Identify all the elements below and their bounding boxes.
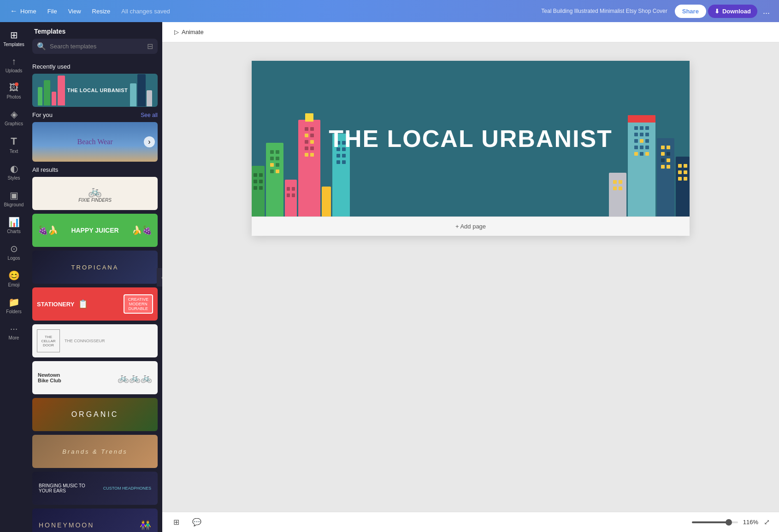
brands-title: Brands & Trends bbox=[62, 448, 128, 455]
sidebar-item-charts[interactable]: 📊 Charts bbox=[2, 213, 26, 238]
sidebar-item-uploads[interactable]: ↑ Uploads bbox=[2, 53, 26, 77]
home-button[interactable]: ← Home bbox=[6, 4, 41, 18]
honeymoon-title: HONEYMOON bbox=[39, 521, 94, 529]
icon-sidebar: ⊞ Templates ↑ Uploads 🖼 Photos ◈ Graphic… bbox=[0, 22, 28, 532]
add-page-button[interactable]: + Add page bbox=[450, 220, 491, 233]
uploads-label: Uploads bbox=[6, 68, 23, 73]
template-brands-trends[interactable]: Brands & Trends bbox=[32, 435, 158, 468]
template-fixie-finders[interactable]: 🚲 FIXIE FINDERS bbox=[32, 177, 158, 210]
canvas-page: ⧉ ⬇ bbox=[252, 61, 690, 236]
text-label: Text bbox=[10, 149, 18, 154]
templates-label: Templates bbox=[3, 42, 24, 47]
sidebar-item-graphics[interactable]: ◈ Graphics bbox=[2, 105, 26, 130]
animate-icon: ▷ bbox=[174, 29, 179, 35]
zoom-fill bbox=[692, 521, 726, 523]
sidebar-item-photos[interactable]: 🖼 Photos bbox=[2, 79, 26, 103]
filter-icon[interactable]: ⊟ bbox=[147, 42, 153, 51]
animate-label: Animate bbox=[182, 29, 204, 35]
saved-status: All changes saved bbox=[117, 5, 175, 18]
sidebar-item-text[interactable]: T Text bbox=[2, 132, 26, 158]
next-arrow[interactable]: › bbox=[144, 136, 155, 147]
view-menu-button[interactable]: View bbox=[64, 5, 86, 18]
logos-label: Logos bbox=[7, 256, 20, 261]
templates-icon: ⊞ bbox=[10, 29, 18, 41]
panel-collapse-button[interactable]: ‹ bbox=[157, 268, 162, 286]
grid-view-button[interactable]: ⊞ bbox=[170, 516, 183, 528]
sidebar-item-more[interactable]: ··· More bbox=[2, 320, 26, 344]
search-input[interactable] bbox=[50, 43, 143, 50]
zoom-slider[interactable] bbox=[692, 521, 738, 523]
emoji-icon: 😊 bbox=[8, 270, 20, 281]
sidebar-item-logos[interactable]: ⊙ Logos bbox=[2, 240, 26, 264]
emoji-label: Emoji bbox=[8, 282, 19, 287]
recently-used-label: Recently used bbox=[32, 63, 70, 70]
all-results-label: All results bbox=[32, 166, 58, 173]
file-menu-button[interactable]: File bbox=[43, 5, 62, 18]
template-beach-wear[interactable]: Beach Wear › bbox=[32, 122, 158, 162]
main-design-title: THE LOCAL URBANIST bbox=[329, 125, 613, 152]
graphics-icon: ◈ bbox=[11, 109, 18, 120]
template-newtown-bike[interactable]: NewtownBike Club 🚲🚲🚲 bbox=[32, 361, 158, 394]
panel-scroll[interactable]: Recently used THE LOCAL URBANIST bbox=[28, 58, 162, 532]
download-button[interactable]: ⬇ Download bbox=[708, 5, 757, 18]
styles-label: Styles bbox=[7, 175, 20, 181]
sidebar-item-folders[interactable]: 📁 Folders bbox=[2, 293, 26, 318]
banana-left-icon: 🍇🍌 bbox=[38, 225, 58, 235]
fullscreen-button[interactable]: ⤢ bbox=[762, 516, 772, 528]
resize-menu-button[interactable]: Resize bbox=[88, 5, 115, 18]
template-organic[interactable]: ORGANIC bbox=[32, 398, 158, 431]
bike-icons: 🚲🚲🚲 bbox=[118, 372, 152, 383]
charts-icon: 📊 bbox=[8, 216, 20, 228]
background-label: Bkground bbox=[4, 202, 24, 207]
template-honeymoon[interactable]: HONEYMOON 👫 bbox=[32, 509, 158, 532]
back-arrow-icon: ← bbox=[10, 7, 18, 15]
share-button[interactable]: Share bbox=[675, 5, 706, 18]
canvas-scroll[interactable]: ⧉ ⬇ bbox=[162, 42, 779, 512]
music-title: BRINGING MUSIC TOYOUR EARS bbox=[39, 483, 85, 493]
top-navigation: ← Home File View Resize All changes save… bbox=[0, 0, 779, 22]
sidebar-item-styles[interactable]: ◐ Styles bbox=[2, 159, 26, 184]
animate-button[interactable]: ▷ Animate bbox=[170, 26, 208, 38]
template-cellar-door[interactable]: THE CELLAR DOOR THE CONNOISSEUR bbox=[32, 324, 158, 357]
photos-label: Photos bbox=[6, 94, 21, 99]
folders-label: Folders bbox=[6, 309, 21, 314]
search-icon: 🔍 bbox=[37, 42, 46, 51]
styles-icon: ◐ bbox=[10, 163, 18, 174]
fixie-title: FIXIE FINDERS bbox=[78, 198, 112, 203]
folders-icon: 📁 bbox=[8, 297, 20, 308]
template-local-urbanist-recent[interactable]: THE LOCAL URBANIST bbox=[32, 74, 158, 107]
canvas-bottom-bar: ⊞ 💬 116% ⤢ bbox=[162, 512, 779, 532]
stationery-emoji: 📋 bbox=[78, 299, 88, 309]
sidebar-item-emoji[interactable]: 😊 Emoji bbox=[2, 266, 26, 291]
notes-button[interactable]: 💬 bbox=[189, 516, 205, 528]
download-icon: ⬇ bbox=[714, 8, 720, 15]
document-title: Teal Building Illustrated Minimalist Ets… bbox=[541, 8, 667, 14]
templates-panel: Templates 🔍 ⊟ Recently used THE LO bbox=[28, 22, 162, 532]
template-music[interactable]: BRINGING MUSIC TOYOUR EARS CUSTOM HEADPH… bbox=[32, 472, 158, 505]
see-all-button[interactable]: See all bbox=[141, 112, 158, 118]
text-icon: T bbox=[11, 135, 17, 147]
design-canvas[interactable]: THE LOCAL URBANIST bbox=[252, 61, 690, 216]
template-tropicana[interactable]: TROPICANA bbox=[32, 251, 158, 284]
zoom-thumb[interactable] bbox=[726, 519, 732, 526]
panel-title: Templates bbox=[28, 22, 162, 39]
sidebar-item-templates[interactable]: ⊞ Templates bbox=[2, 26, 26, 51]
more-icon: ··· bbox=[10, 323, 18, 334]
bike-icon: 🚲 bbox=[88, 185, 102, 198]
cellar-subtitle: THE CONNOISSEUR bbox=[65, 339, 105, 343]
search-bar: 🔍 ⊟ bbox=[32, 39, 158, 54]
photos-icon: 🖼 bbox=[9, 82, 18, 93]
sidebar-item-background[interactable]: ▣ Bkground bbox=[2, 186, 26, 211]
template-stationery[interactable]: STATIONERY 📋 CREATIVE MODERN DURABLE bbox=[32, 287, 158, 321]
newtown-title: NewtownBike Club bbox=[38, 372, 61, 383]
happy-juicer-title: HAPPY JUICER bbox=[58, 227, 132, 234]
recently-used-header: Recently used bbox=[32, 63, 158, 70]
for-you-header: For you See all bbox=[32, 111, 158, 118]
template-happy-juicer[interactable]: 🍇🍌 HAPPY JUICER 🍌🍇 bbox=[32, 214, 158, 247]
beach-wear-title: Beach Wear bbox=[77, 138, 112, 146]
canvas-toolbar: ▷ Animate bbox=[162, 22, 779, 42]
more-options-button[interactable]: ... bbox=[759, 4, 773, 19]
uploads-icon: ↑ bbox=[12, 56, 16, 67]
all-results-header: All results bbox=[32, 166, 158, 173]
stationery-title: STATIONERY bbox=[37, 301, 74, 308]
